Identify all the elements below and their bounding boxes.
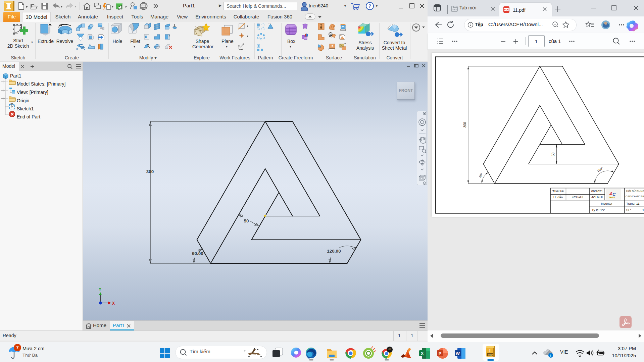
svg-text:HỘI SỬ DỤNG: HỘI SỬ DỤNG <box>626 190 644 193</box>
svg-text:4CHaUI: 4CHaUI <box>572 195 583 199</box>
svg-text:09/2021: 09/2021 <box>591 189 603 193</box>
svg-text:PRO: PRO <box>488 354 493 356</box>
svg-text:50: 50 <box>551 152 555 156</box>
svg-text:I: I <box>489 348 491 353</box>
svg-text:300: 300 <box>146 169 154 174</box>
svg-text:1: 1 <box>642 208 644 212</box>
svg-text:X: X <box>112 301 115 306</box>
svg-text:X: X <box>421 351 424 356</box>
svg-text:300: 300 <box>463 122 467 127</box>
svg-text:CAD/CAM/CAE-: CAD/CAM/CAE- <box>626 195 644 198</box>
svg-text:W: W <box>456 351 460 356</box>
svg-text:60°: 60° <box>478 172 484 178</box>
svg-text:PDF: PDF <box>504 8 509 11</box>
svg-text:SL:: SL: <box>626 208 631 212</box>
svg-text:50: 50 <box>244 218 249 223</box>
svg-text:?: ? <box>368 3 371 9</box>
svg-text:120.00: 120.00 <box>327 249 341 254</box>
svg-text:Inventor: Inventor <box>601 202 612 205</box>
svg-text:1: 1 <box>535 39 538 44</box>
svg-text:7: 7 <box>16 345 19 350</box>
svg-text:H. dẫn: H. dẫn <box>553 195 563 199</box>
svg-text:60.00: 60.00 <box>192 251 203 256</box>
svg-text:Y: Y <box>99 287 101 292</box>
svg-text:4: 4 <box>609 191 612 196</box>
svg-text:P: P <box>439 351 442 356</box>
svg-text:HaUI: HaUI <box>609 196 615 199</box>
svg-text:Thiết kế: Thiết kế <box>552 189 564 193</box>
svg-text:4CHaUI: 4CHaUI <box>591 195 603 199</box>
svg-text:Tỷ lệ: 1:2: Tỷ lệ: 1:2 <box>592 208 605 212</box>
svg-text:Trang: 11: Trang: 11 <box>626 202 640 205</box>
svg-text:i: i <box>550 354 551 357</box>
